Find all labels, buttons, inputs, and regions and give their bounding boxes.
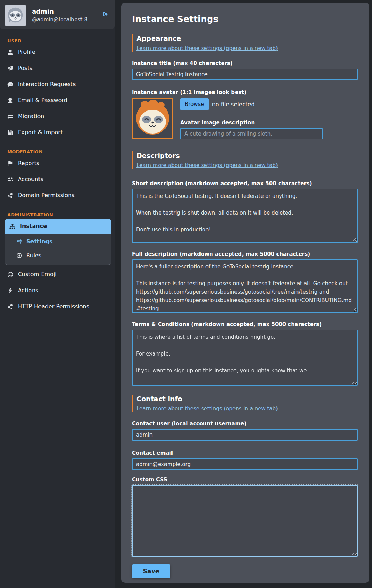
logout-button[interactable] (102, 11, 108, 17)
sidebar-item-actions[interactable]: Actions (0, 282, 115, 299)
user-card[interactable]: admin @admin@localhost:8... (0, 0, 115, 29)
terms-field: Terms & Conditions (markdown accepted, m… (132, 321, 358, 386)
sidebar-item-label: Rules (26, 252, 41, 259)
full-description-field: Full description (markdown accepted, max… (132, 251, 358, 313)
contact-learn-more-link[interactable]: Learn more about these settings (opens i… (136, 405, 278, 412)
descriptors-learn-more-link[interactable]: Learn more about these settings (opens i… (136, 162, 278, 169)
custom-css-label: Custom CSS (132, 476, 358, 483)
sidebar-item-settings[interactable]: Settings (5, 235, 111, 249)
sidebar-item-label: Settings (26, 238, 53, 245)
sidebar-item-label: Posts (18, 65, 33, 72)
sidebar-item-export-import[interactable]: Export & Import (0, 124, 115, 141)
sloth-avatar-gray-icon (5, 5, 26, 26)
appearance-section-header: Appearance Learn more about these settin… (132, 34, 358, 52)
paper-plane-icon (7, 65, 13, 71)
contact-email-field: Contact email (132, 450, 358, 470)
user-name: admin (32, 7, 92, 16)
appearance-learn-more-link[interactable]: Learn more about these settings (opens i… (136, 45, 278, 52)
instance-children-panel: Settings Rules (5, 234, 111, 265)
exchange-arrows-icon (7, 114, 13, 120)
avatar-description-label: Avatar image description (180, 120, 323, 126)
appearance-heading: Appearance (136, 34, 358, 43)
circle-dot-icon (16, 253, 22, 258)
sidebar-item-domain-permissions[interactable]: Domain Permissions (0, 187, 115, 203)
custom-css-field: Custom CSS (132, 476, 358, 557)
instance-avatar-image (132, 98, 173, 139)
full-description-label: Full description (markdown accepted, max… (132, 251, 358, 258)
sidebar-divider (5, 33, 110, 33)
page-title: Instance Settings (132, 14, 358, 24)
contact-user-input[interactable] (132, 429, 358, 441)
contact-email-label: Contact email (132, 450, 358, 457)
sidebar-item-rules[interactable]: Rules (5, 249, 111, 263)
share-nodes-icon (7, 304, 13, 310)
sidebar-item-instance[interactable]: Instance (5, 219, 111, 234)
smiley-face-icon (7, 272, 13, 278)
avatar-controls: Browse no file selected Avatar image des… (180, 98, 323, 139)
instance-title-field: Instance title (max 40 characters) (132, 60, 358, 80)
terms-label: Terms & Conditions (markdown accepted, m… (132, 321, 358, 328)
descriptors-section-header: Descriptors Learn more about these setti… (132, 151, 358, 169)
sidebar-item-custom-emoji[interactable]: Custom Emoji (0, 266, 115, 282)
instance-nav-block: Instance Settings Rules (5, 219, 111, 265)
sidebar-item-accounts[interactable]: Accounts (0, 171, 115, 187)
save-button[interactable]: Save (132, 564, 170, 578)
main-column: Instance Settings Appearance Learn more … (115, 0, 372, 588)
instance-avatar-label: Instance avatar (1:1 images look best) (132, 89, 358, 96)
sidebar-item-reports[interactable]: Reports (0, 155, 115, 171)
sliders-icon (16, 239, 22, 244)
sidebar-item-email-password[interactable]: Email & Password (0, 92, 115, 108)
share-nodes-icon (7, 193, 13, 199)
flag-icon (7, 160, 13, 166)
sitemap-icon (9, 223, 15, 229)
sloth-avatar-orange-icon (133, 99, 172, 138)
sidebar-item-label: Instance (20, 223, 47, 230)
sidebar-item-label: HTTP Header Permissions (18, 303, 89, 310)
contact-email-input[interactable] (132, 458, 358, 470)
sidebar-item-posts[interactable]: Posts (0, 60, 115, 76)
user-avatar (5, 5, 26, 26)
browse-button[interactable]: Browse (180, 98, 209, 110)
avatar-row: Browse no file selected Avatar image des… (132, 98, 358, 139)
short-description-field: Short description (markdown accepted, ma… (132, 180, 358, 243)
contact-user-field: Contact user (local account username) (132, 421, 358, 441)
sidebar-item-label: Custom Emoji (18, 271, 57, 278)
nav-section-title-administration: ADMINISTRATION (7, 212, 115, 217)
no-file-selected-text: no file selected (212, 101, 255, 108)
sign-out-icon (102, 11, 108, 17)
sidebar-divider (5, 207, 110, 207)
instance-settings-panel: Instance Settings Appearance Learn more … (121, 3, 369, 583)
sidebar-item-label: Profile (18, 49, 35, 56)
floppy-disk-icon (7, 130, 13, 136)
sidebar-item-http-header-permissions[interactable]: HTTP Header Permissions (0, 299, 115, 315)
user-icon (7, 49, 13, 55)
user-meta: admin @admin@localhost:8... (32, 7, 92, 23)
sidebar-item-label: Migration (18, 113, 44, 120)
sidebar-item-profile[interactable]: Profile (0, 44, 115, 60)
custom-css-textarea[interactable] (132, 485, 358, 557)
bolt-icon (7, 288, 13, 294)
nav-section-title-moderation: MODERATION (7, 149, 115, 155)
user-handle: @admin@localhost:8... (32, 16, 92, 23)
full-description-textarea[interactable] (132, 259, 358, 313)
sidebar-item-label: Accounts (18, 176, 43, 183)
terms-textarea[interactable] (132, 330, 358, 386)
short-description-textarea[interactable] (132, 189, 358, 243)
contact-user-label: Contact user (local account username) (132, 421, 358, 427)
nav-section-title-user: USER (7, 38, 115, 43)
sidebar-item-migration[interactable]: Migration (0, 108, 115, 124)
sidebar-item-interaction-requests[interactable]: Interaction Requests (0, 76, 115, 92)
descriptors-heading: Descriptors (136, 151, 358, 160)
sidebar-item-label: Actions (18, 287, 38, 294)
file-input-row: Browse no file selected (180, 98, 323, 110)
instance-title-label: Instance title (max 40 characters) (132, 60, 358, 67)
sidebar-item-label: Reports (18, 160, 39, 167)
avatar-description-input[interactable] (180, 128, 323, 139)
instance-title-input[interactable] (132, 69, 358, 80)
contact-heading: Contact info (136, 395, 358, 403)
sidebar-item-label: Export & Import (18, 129, 63, 136)
sidebar-item-label: Interaction Requests (18, 81, 76, 88)
contact-section-header: Contact info Learn more about these sett… (132, 395, 358, 412)
sidebar-item-label: Domain Permissions (18, 192, 75, 199)
comment-dots-icon (7, 81, 13, 87)
